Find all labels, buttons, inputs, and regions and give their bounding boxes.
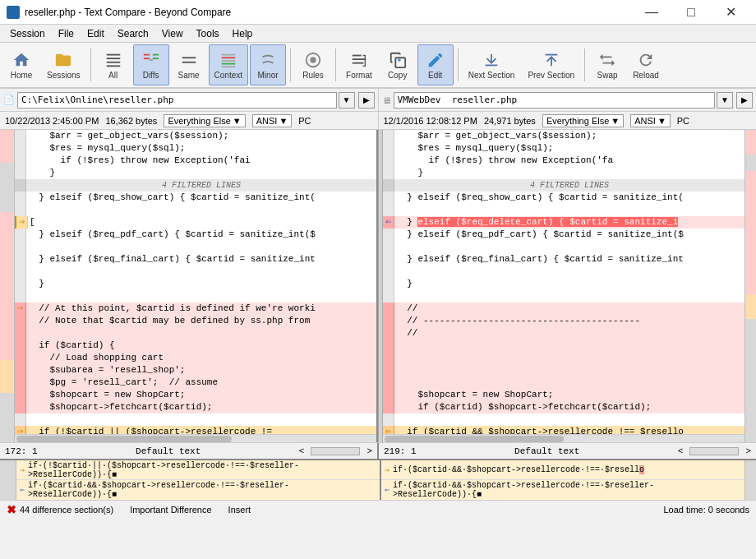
sep5	[584, 49, 585, 81]
left-diff-4: if ($cartid) {	[15, 340, 376, 352]
bottom-left-line2: ⇐ if·($cartid·&&·$shopcart->resellercode…	[16, 480, 380, 500]
right-line-9: } elseif ($req_final_cart) { $cartid = s…	[383, 253, 744, 266]
importance-label: Important Difference	[130, 505, 211, 515]
all-icon	[104, 51, 122, 69]
copy-icon	[389, 51, 407, 69]
sessions-icon	[54, 51, 72, 69]
diffs-button[interactable]: Diffs	[133, 44, 169, 85]
next-section-button[interactable]: Next Section	[463, 44, 521, 85]
right-line-7: } elseif ($req_pdf_cart) { $cartid = san…	[383, 229, 744, 241]
right-line-num: 219: 1	[384, 446, 417, 456]
reload-icon	[637, 51, 655, 69]
left-line-5: } elseif ($req_show_cart) { $cartid = sa…	[15, 192, 376, 204]
copy-label: Copy	[388, 71, 407, 80]
menu-tools[interactable]: Tools	[190, 26, 226, 41]
left-code-scroll[interactable]: $arr = get_object_vars($session); $res =…	[15, 130, 376, 434]
right-encoding-dropdown[interactable]: ANSI ▼	[630, 114, 671, 127]
strip-segment-4	[0, 360, 14, 393]
line-status-bar: 172: 1 Default text < > 219: 1 Default t…	[0, 442, 756, 459]
edit-button[interactable]: Edit	[417, 44, 454, 85]
sep3	[335, 49, 336, 81]
maximize-button[interactable]: □	[672, 0, 710, 25]
left-path-nav-btn[interactable]: ▶	[358, 92, 375, 109]
rules-label: Rules	[302, 71, 324, 80]
copy-button[interactable]: Copy	[380, 44, 416, 85]
minimize-button[interactable]: —	[633, 0, 671, 25]
right-hscroll[interactable]	[383, 434, 744, 442]
right-change-strip[interactable]	[744, 130, 756, 442]
main-content: $arr = get_object_vars($session); $res =…	[0, 130, 756, 442]
rules-icon	[304, 51, 322, 69]
menu-help[interactable]: Help	[226, 26, 260, 41]
format-label: Format	[346, 71, 372, 80]
right-line-12	[383, 290, 744, 303]
right-scroll-left: <	[678, 446, 684, 456]
bottom-left-nav	[0, 460, 16, 500]
right-hscroll-thumb[interactable]	[385, 436, 564, 442]
svg-rect-9	[182, 61, 196, 62]
rules-button[interactable]: Rules	[295, 44, 331, 85]
menu-session[interactable]: Session	[3, 26, 52, 41]
edit-label: Edit	[428, 71, 442, 80]
status-bar: ✖ 44 difference section(s) Important Dif…	[0, 500, 756, 518]
left-hscroll[interactable]	[15, 434, 376, 442]
right-filter-dropdown[interactable]: Everything Else ▼	[542, 114, 624, 127]
right-path-input[interactable]	[394, 92, 716, 109]
right-scroll-right: >	[745, 446, 751, 456]
reload-label: Reload	[633, 71, 659, 80]
right-add-2: // -------------------------------------…	[383, 315, 744, 327]
svg-rect-0	[106, 53, 120, 55]
left-filter-dropdown[interactable]: Everything Else ▼	[164, 114, 245, 127]
swap-button[interactable]: Swap	[589, 44, 625, 85]
svg-rect-19	[353, 62, 364, 63]
toolbar: Home Sessions All Diffs Same Context	[0, 43, 756, 89]
left-diff-8: $shopcart = new ShopCart;	[15, 389, 376, 401]
context-button[interactable]: Context	[209, 44, 248, 85]
left-diff-7: $pg = 'resell_cart'; // assume	[15, 377, 376, 389]
svg-rect-1	[106, 58, 120, 59]
menu-edit[interactable]: Edit	[81, 26, 111, 41]
prev-section-label: Prev Section	[528, 71, 574, 80]
right-line-ending: PC	[677, 116, 689, 126]
reload-button[interactable]: Reload	[627, 44, 665, 85]
left-path-browse-btn[interactable]: ▼	[339, 92, 355, 109]
edit-icon	[426, 51, 445, 69]
left-scroll-bar[interactable]	[311, 447, 360, 455]
left-path-icon: 📄	[3, 95, 15, 105]
sep2	[290, 49, 291, 81]
svg-rect-14	[222, 66, 236, 67]
next-section-label: Next Section	[468, 71, 515, 80]
same-button[interactable]: Same	[171, 44, 207, 85]
right-add-8: $shopcart = new ShopCart;	[383, 389, 744, 401]
left-gutter-4	[15, 167, 26, 179]
left-path-input[interactable]	[17, 92, 337, 109]
close-button[interactable]: ✕	[712, 0, 749, 25]
left-code-pane: $arr = get_object_vars($session); $res =…	[15, 130, 378, 442]
same-label: Same	[178, 71, 200, 80]
right-filter-arrow: ▼	[611, 116, 620, 126]
svg-rect-20	[395, 58, 405, 67]
home-icon	[12, 51, 30, 69]
minor-button[interactable]: Minor	[250, 44, 286, 85]
format-button[interactable]: Format	[340, 44, 378, 85]
right-path-nav-btn[interactable]: ▶	[736, 92, 753, 109]
right-info-pane: 12/1/2016 12:08:12 PM 24,971 bytes Every…	[379, 112, 757, 129]
sessions-button[interactable]: Sessions	[41, 44, 86, 85]
left-diff-6: $subarea = 'resell_shop';	[15, 364, 376, 377]
right-code-scroll[interactable]: $arr = get_object_vars($session); $res =…	[383, 130, 744, 434]
left-encoding-dropdown[interactable]: ANSI ▼	[252, 114, 293, 127]
home-button[interactable]: Home	[3, 44, 39, 85]
left-date: 10/22/2013 2:45:00 PM	[5, 116, 99, 126]
left-hscroll-thumb[interactable]	[16, 436, 232, 442]
sep4	[458, 49, 459, 81]
right-scroll-bar[interactable]	[689, 447, 739, 455]
menu-view[interactable]: View	[155, 26, 190, 41]
right-path-browse-btn[interactable]: ▼	[717, 92, 733, 109]
menu-file[interactable]: File	[52, 26, 81, 41]
left-line-1: $arr = get_object_vars($session);	[15, 130, 376, 142]
left-arrow-marker: ⇒	[19, 216, 25, 229]
prev-section-button[interactable]: Prev Section	[522, 44, 580, 85]
menu-search[interactable]: Search	[111, 26, 155, 41]
all-button[interactable]: All	[95, 44, 131, 85]
right-filtered: 4 FILTERED LINES	[383, 179, 744, 192]
